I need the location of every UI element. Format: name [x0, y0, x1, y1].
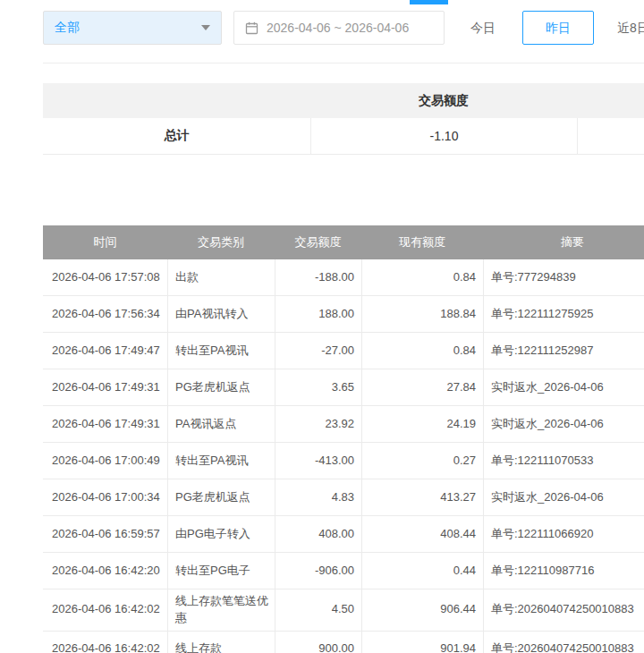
table-row: 2026-04-06 16:59:57由PG电子转入408.00408.44单号… [43, 516, 644, 553]
filter-button-昨日[interactable]: 昨日 [522, 11, 594, 45]
table-cell: 单号:122111252987 [483, 333, 644, 369]
table-cell: 2026-04-06 16:42:02 [43, 589, 167, 631]
table-cell: 2026-04-06 17:49:47 [43, 333, 167, 369]
summary-table: 交易额度 总计 -1.10 [43, 83, 644, 155]
table-cell: PG老虎机返点 [167, 369, 275, 405]
summary-header-spacer [43, 83, 310, 118]
table-cell: -413.00 [275, 443, 361, 479]
column-header: 交易类别 [167, 225, 275, 259]
table-cell: 4.83 [275, 479, 361, 515]
table-cell: 900.00 [275, 632, 361, 653]
table-cell: 27.84 [361, 369, 483, 405]
table-row: 2026-04-06 17:49:31PG老虎机返点3.6527.84实时返水_… [43, 369, 644, 406]
table-row: 2026-04-06 17:56:34由PA视讯转入188.00188.84单号… [43, 296, 644, 333]
type-select[interactable]: 全部 [43, 11, 222, 45]
table-cell: -906.00 [275, 553, 361, 589]
table-row: 2026-04-06 17:49:47转出至PA视讯-27.000.84单号:1… [43, 333, 644, 369]
table-cell: 2026-04-06 17:00:49 [43, 443, 167, 479]
table-row: 2026-04-06 17:00:34PG老虎机返点4.83413.27实时返水… [43, 479, 644, 516]
table-cell: 出款 [167, 259, 275, 295]
table-cell: 实时返水_2026-04-06 [483, 406, 644, 442]
table-cell: 0.44 [361, 553, 483, 589]
table-cell: 413.27 [361, 479, 483, 515]
filter-button-今日[interactable]: 今日 [447, 11, 519, 45]
column-header: 交易额度 [275, 225, 361, 259]
table-cell: 2026-04-06 17:57:08 [43, 259, 167, 295]
table-cell: PG老虎机返点 [167, 479, 275, 515]
table-cell: 3.65 [275, 369, 361, 405]
table-cell: 0.84 [361, 259, 483, 295]
table-cell: -188.00 [275, 259, 361, 295]
active-tab-indicator [410, 0, 448, 4]
transactions-table: 时间交易类别交易额度现有额度摘要 2026-04-06 17:57:08出款-1… [43, 225, 644, 653]
summary-header-label: 交易额度 [310, 83, 577, 118]
table-cell: 23.92 [275, 406, 361, 442]
table-cell: 901.94 [361, 632, 483, 653]
summary-total-row: 总计 -1.10 [43, 118, 644, 155]
date-range-input[interactable]: 2026-04-06 ~ 2026-04-06 [233, 11, 445, 45]
table-cell: 单号:777294839 [483, 259, 644, 295]
table-cell: 转出至PG电子 [167, 553, 275, 589]
table-cell: 单号:122111066920 [483, 516, 644, 552]
filter-divider [43, 63, 644, 64]
table-cell: 906.44 [361, 589, 483, 631]
table-cell: 4.50 [275, 589, 361, 631]
summary-total-label: 总计 [43, 118, 310, 154]
table-cell: 408.00 [275, 516, 361, 552]
transactions-table-body: 2026-04-06 17:57:08出款-188.000.84单号:77729… [43, 259, 644, 653]
table-cell: 单号:122110987716 [483, 553, 644, 589]
table-cell: 转出至PA视讯 [167, 333, 275, 369]
table-cell: 2026-04-06 16:59:57 [43, 516, 167, 552]
table-cell: 2026-04-06 16:42:20 [43, 553, 167, 589]
summary-total-value: -1.10 [310, 118, 577, 154]
table-cell: 2026-04-06 17:49:31 [43, 406, 167, 442]
column-header: 现有额度 [361, 225, 483, 259]
table-cell: 线上存款 [167, 632, 275, 653]
column-header: 时间 [43, 225, 167, 259]
table-cell: 0.84 [361, 333, 483, 369]
type-select-value: 全部 [55, 20, 80, 36]
table-row: 2026-04-06 17:49:31PA视讯返点23.9224.19实时返水_… [43, 406, 644, 443]
table-cell: 由PA视讯转入 [167, 296, 275, 332]
table-cell: 实时返水_2026-04-06 [483, 479, 644, 515]
table-cell: 线上存款笔笔送优惠 [167, 589, 275, 631]
table-cell: 单号:122111275925 [483, 296, 644, 332]
table-cell: -27.00 [275, 333, 361, 369]
column-header: 摘要 [483, 225, 644, 259]
table-cell: 2026-04-06 17:56:34 [43, 296, 167, 332]
calendar-icon [245, 21, 258, 35]
table-cell: 0.27 [361, 443, 483, 479]
filter-button-近8日[interactable]: 近8日 [597, 11, 644, 45]
table-cell: 188.84 [361, 296, 483, 332]
table-cell: 由PG电子转入 [167, 516, 275, 552]
table-cell: 2026-04-06 17:00:34 [43, 479, 167, 515]
date-range-value: 2026-04-06 ~ 2026-04-06 [267, 21, 409, 35]
table-cell: 408.44 [361, 516, 483, 552]
transactions-page: 全部 2026-04-06 ~ 2026-04-06 今日昨日近8日 交易额度 … [0, 0, 644, 653]
table-cell: 2026-04-06 17:49:31 [43, 369, 167, 405]
table-row: 2026-04-06 17:00:49转出至PA视讯-413.000.27单号:… [43, 443, 644, 479]
summary-spacer [577, 118, 644, 154]
quick-filter-buttons: 今日昨日近8日 [447, 11, 644, 45]
table-cell: 单号:202604074250010883 [483, 589, 644, 631]
table-row: 2026-04-06 16:42:20转出至PG电子-906.000.44单号:… [43, 553, 644, 589]
summary-header-spacer [577, 83, 644, 118]
table-cell: 转出至PA视讯 [167, 443, 275, 479]
table-cell: 单号:202604074250010883 [483, 632, 644, 653]
table-cell: 单号:122111070533 [483, 443, 644, 479]
summary-header-row: 交易额度 [43, 83, 644, 118]
table-cell: 188.00 [275, 296, 361, 332]
transactions-table-header: 时间交易类别交易额度现有额度摘要 [43, 225, 644, 259]
table-cell: PA视讯返点 [167, 406, 275, 442]
table-row: 2026-04-06 16:42:02线上存款笔笔送优惠4.50906.44单号… [43, 589, 644, 632]
table-row: 2026-04-06 16:42:02线上存款900.00901.94单号:20… [43, 632, 644, 653]
chevron-down-icon [201, 25, 210, 30]
table-cell: 24.19 [361, 406, 483, 442]
table-row: 2026-04-06 17:57:08出款-188.000.84单号:77729… [43, 259, 644, 296]
table-cell: 2026-04-06 16:42:02 [43, 632, 167, 653]
table-cell: 实时返水_2026-04-06 [483, 369, 644, 405]
